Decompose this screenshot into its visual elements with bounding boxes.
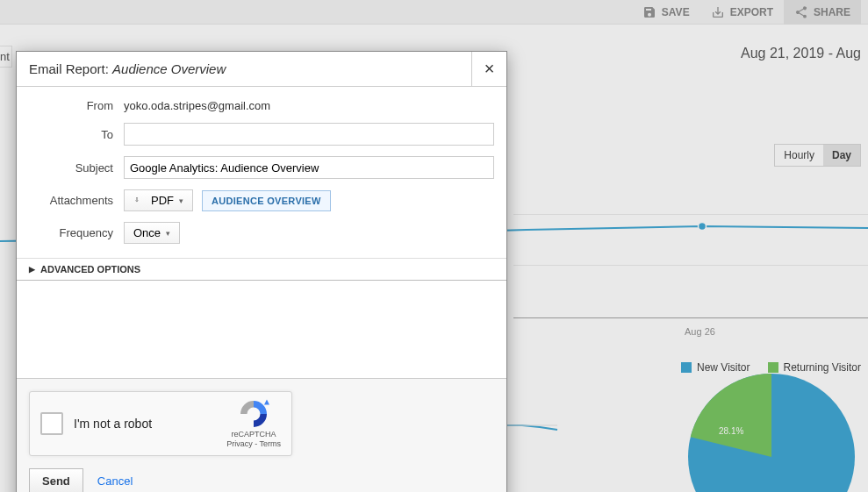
close-icon: × bbox=[484, 59, 495, 79]
dialog-title: Email Report: Audience Overview bbox=[17, 61, 238, 76]
subject-label: Subject bbox=[29, 161, 124, 175]
recaptcha-label: I'm not a robot bbox=[74, 417, 216, 431]
to-row: To bbox=[29, 123, 494, 146]
recaptcha-privacy-link[interactable]: Privacy bbox=[226, 439, 253, 448]
from-value: yoko.oda.stripes@gmail.com bbox=[124, 99, 494, 112]
advanced-options-label: ADVANCED OPTIONS bbox=[40, 264, 140, 275]
recaptcha-brand-text: reCAPTCHA Privacy - Terms bbox=[226, 430, 281, 449]
caret-down-icon: ▾ bbox=[166, 229, 170, 238]
attachments-row: Attachments ⇩ PDF ▾ AUDIENCE OVERVIEW bbox=[29, 189, 494, 211]
dialog-form: From yoko.oda.stripes@gmail.com To Subje… bbox=[17, 87, 506, 258]
disclosure-triangle-icon: ▶ bbox=[29, 265, 35, 274]
subject-row: Subject bbox=[29, 156, 494, 179]
recaptcha-icon bbox=[238, 398, 269, 430]
dialog-header: Email Report: Audience Overview × bbox=[17, 52, 506, 87]
caret-down-icon: ▾ bbox=[179, 196, 183, 205]
dialog-action-row: Send Cancel bbox=[29, 468, 494, 492]
email-report-dialog: Email Report: Audience Overview × From y… bbox=[16, 51, 507, 492]
from-label: From bbox=[29, 99, 124, 112]
advanced-options-toggle[interactable]: ▶ ADVANCED OPTIONS bbox=[17, 258, 506, 281]
recaptcha-terms-link[interactable]: Terms bbox=[260, 439, 282, 448]
attachment-format-dropdown[interactable]: ⇩ PDF ▾ bbox=[124, 189, 193, 211]
pdf-icon: ⇩ bbox=[133, 195, 146, 207]
recaptcha-brand: reCAPTCHA bbox=[226, 430, 281, 439]
recaptcha-branding: reCAPTCHA Privacy - Terms bbox=[226, 398, 281, 449]
send-button[interactable]: Send bbox=[29, 468, 83, 492]
dialog-footer: I'm not a robot reCAPTCHA Privacy - Term… bbox=[17, 379, 506, 492]
to-input[interactable] bbox=[124, 123, 494, 146]
attachments-label: Attachments bbox=[29, 194, 124, 207]
recaptcha-checkbox[interactable] bbox=[40, 412, 63, 435]
frequency-value: Once bbox=[133, 226, 161, 239]
frequency-row: Frequency Once ▾ bbox=[29, 222, 494, 244]
dialog-title-prefix: Email Report: bbox=[29, 61, 112, 76]
to-label: To bbox=[29, 128, 124, 141]
frequency-dropdown[interactable]: Once ▾ bbox=[124, 222, 180, 244]
svg-marker-4 bbox=[264, 400, 269, 405]
svg-text:⇩: ⇩ bbox=[134, 196, 140, 203]
attachment-chip[interactable]: AUDIENCE OVERVIEW bbox=[202, 190, 331, 211]
message-textarea[interactable] bbox=[17, 281, 506, 379]
dialog-title-report: Audience Overview bbox=[112, 61, 226, 76]
frequency-label: Frequency bbox=[29, 226, 124, 239]
from-row: From yoko.oda.stripes@gmail.com bbox=[29, 99, 494, 112]
recaptcha-widget: I'm not a robot reCAPTCHA Privacy - Term… bbox=[29, 391, 292, 456]
subject-input[interactable] bbox=[124, 156, 494, 179]
attachment-format-label: PDF bbox=[151, 194, 174, 207]
close-button[interactable]: × bbox=[471, 52, 506, 87]
cancel-link[interactable]: Cancel bbox=[97, 474, 133, 488]
